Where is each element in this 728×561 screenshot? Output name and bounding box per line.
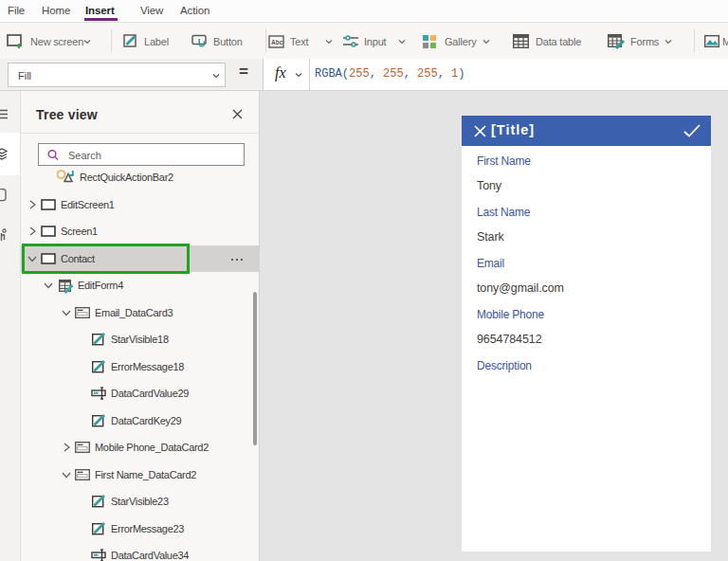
svg-text:Abc: Abc — [271, 39, 283, 45]
